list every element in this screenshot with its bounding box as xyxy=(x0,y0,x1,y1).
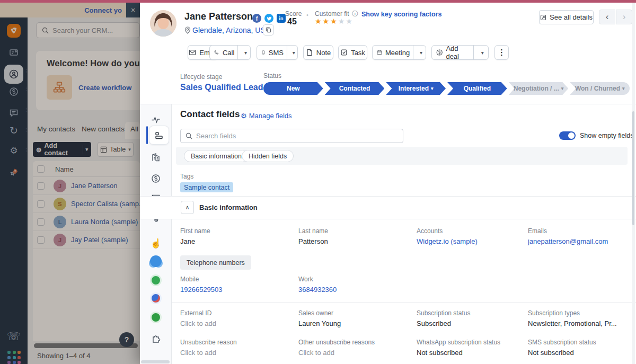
task-button[interactable]: Task xyxy=(338,45,367,60)
contact-name-link[interactable]: Spector Calista (samp.. xyxy=(71,200,140,208)
search-fields-input[interactable]: Search fields xyxy=(180,129,403,143)
table-row[interactable]: L Laura Norda (sample) xyxy=(33,213,140,231)
facebook-icon[interactable]: f xyxy=(252,14,261,23)
connect-email-link[interactable]: Connect yo xyxy=(84,6,122,14)
call-button[interactable]: Call ▾ xyxy=(209,45,251,60)
company-icon[interactable] xyxy=(147,150,164,165)
click-to-add[interactable]: Click to add xyxy=(180,349,294,357)
marketing-sync-icon[interactable]: ↻ xyxy=(5,125,22,137)
conversations-icon[interactable] xyxy=(5,105,22,120)
tab-all-contacts[interactable]: All xyxy=(130,125,138,133)
note-button[interactable]: Note xyxy=(303,45,333,60)
engagement-tap-icon[interactable]: ☝ xyxy=(147,236,164,251)
dashboard-icon[interactable] xyxy=(5,45,22,60)
field-value[interactable]: Not subscribed xyxy=(528,349,636,357)
rail-scrollbar[interactable] xyxy=(141,360,170,363)
stage-new[interactable]: New xyxy=(263,82,323,95)
contact-name-link[interactable]: Laura Norda (sample) xyxy=(71,218,138,226)
mobile-number-link[interactable]: 19266529503 xyxy=(180,286,294,294)
tab-new-contacts[interactable]: New contacts xyxy=(82,125,125,133)
email-link[interactable]: janepatterson@gmail.com xyxy=(528,237,636,245)
help-button[interactable]: ? xyxy=(119,332,134,347)
integration-app-icon-blue[interactable] xyxy=(150,292,162,304)
location-link[interactable]: Glendale, Arizona, USA xyxy=(192,26,270,34)
stage-interested[interactable]: Interested▾ xyxy=(386,82,446,95)
contact-name-link[interactable]: Jay Patel (sample) xyxy=(71,236,128,244)
chevron-down-icon[interactable]: ▾ xyxy=(417,50,426,56)
collapse-section-button[interactable]: ∧ xyxy=(181,201,194,214)
linkedin-icon[interactable]: in xyxy=(277,14,286,23)
see-all-details-button[interactable]: See all details xyxy=(539,10,594,24)
account-link[interactable]: Widgetz.io (sample) xyxy=(417,237,531,245)
settings-gear-icon[interactable]: ⚙ xyxy=(5,145,22,156)
integration-app-icon-green[interactable] xyxy=(150,274,162,286)
app-switcher-icon[interactable] xyxy=(7,351,21,364)
click-to-add[interactable]: Click to add xyxy=(180,319,294,327)
add-contact-button[interactable]: ⊕ Add contact ▾ xyxy=(33,142,91,157)
crm-search-input[interactable]: Search your CRM... xyxy=(36,22,140,38)
field-value[interactable]: Jane xyxy=(180,237,294,245)
row-checkbox[interactable] xyxy=(37,200,45,208)
drag-handle[interactable]: ⋮⋮ xyxy=(24,70,27,78)
tab-my-contacts[interactable]: My contacts xyxy=(37,125,75,133)
contact-name-link[interactable]: Jane Patterson xyxy=(71,182,117,190)
sms-button[interactable]: SMS ▾ xyxy=(257,45,298,60)
row-checkbox[interactable] xyxy=(37,236,45,244)
field-value[interactable]: Not subscribed xyxy=(417,349,531,357)
stage-contacted[interactable]: Contacted xyxy=(325,82,385,95)
close-icon[interactable]: × xyxy=(126,3,140,17)
stage-negotiation[interactable]: Negotiation / ...▾ xyxy=(509,82,569,95)
chip-hidden-fields[interactable]: Hidden fields xyxy=(242,150,294,162)
next-record-button[interactable]: › xyxy=(616,10,632,24)
name-column-header[interactable]: Name xyxy=(55,165,74,173)
phone-icon[interactable]: ☏ xyxy=(5,330,22,343)
deals-tab-icon[interactable] xyxy=(147,171,164,186)
copy-icon[interactable] xyxy=(263,24,274,35)
field-value[interactable]: Patterson xyxy=(298,237,412,245)
contacts-nav-icon[interactable] xyxy=(4,65,23,84)
drag-handle[interactable]: ⋮⋮ xyxy=(24,149,27,157)
stage-qualified[interactable]: Qualified xyxy=(447,82,507,95)
work-number-link[interactable]: 3684932360 xyxy=(298,286,412,294)
stage-won-churned[interactable]: Won / Churned▾ xyxy=(570,82,630,95)
field-value[interactable]: Subscribed xyxy=(417,319,531,327)
meeting-button[interactable]: Meeting ▾ xyxy=(372,45,426,60)
row-checkbox[interactable] xyxy=(37,182,45,190)
manage-fields-link[interactable]: ⚙ Manage fields xyxy=(241,112,292,120)
twitter-icon[interactable] xyxy=(264,14,273,23)
field-value[interactable]: Newsletter, Promotional, Pr... xyxy=(528,319,636,327)
getting-started-rocket-icon[interactable] xyxy=(5,165,22,180)
panel-scrollbar-thumb[interactable] xyxy=(632,111,634,225)
activity-icon[interactable] xyxy=(147,112,164,127)
freddy-ai-app-icon[interactable] xyxy=(150,255,162,267)
freshworks-logo-icon[interactable] xyxy=(7,24,21,38)
drag-handle[interactable]: ⋮⋮ xyxy=(24,129,27,137)
view-table-button[interactable]: Table ▾ xyxy=(98,142,134,157)
contact-photo-avatar[interactable] xyxy=(150,10,176,37)
integration-app-icon-green-2[interactable] xyxy=(150,312,162,323)
tag-sample-contact[interactable]: Sample contact xyxy=(180,182,233,192)
chevron-down-icon[interactable]: ▾ xyxy=(241,50,250,56)
drag-handle[interactable]: ⋮⋮ xyxy=(24,109,27,117)
show-scoring-factors-link[interactable]: Show key scoring factors xyxy=(361,11,441,18)
field-value[interactable]: Lauren Young xyxy=(298,319,412,327)
table-row[interactable]: J Jay Patel (sample) xyxy=(33,231,140,249)
chip-basic-information[interactable]: Basic information xyxy=(184,150,249,162)
click-to-add[interactable]: Click to add xyxy=(298,349,412,357)
table-row[interactable]: S Spector Calista (samp.. xyxy=(33,195,140,213)
row-checkbox[interactable] xyxy=(37,218,45,226)
deals-icon[interactable] xyxy=(5,84,22,99)
lifecycle-stage-dropdown[interactable]: Sales Qualified Lead ▾ xyxy=(180,83,268,92)
chevron-down-icon[interactable]: ▾ xyxy=(290,50,297,56)
show-empty-fields-toggle[interactable] xyxy=(559,131,576,140)
drag-handle[interactable]: ⋮⋮ xyxy=(24,87,27,96)
marketplace-puzzle-icon[interactable] xyxy=(147,331,164,345)
select-all-checkbox[interactable] xyxy=(37,165,45,173)
previous-record-button[interactable]: ‹ xyxy=(599,10,615,24)
contact-fields-tab-icon[interactable] xyxy=(149,126,169,145)
create-workflow-link[interactable]: Create workflow xyxy=(78,84,131,92)
more-actions-button[interactable]: ⋮ xyxy=(494,45,509,60)
add-deal-button[interactable]: Add deal ▾ xyxy=(431,45,489,60)
table-row[interactable]: J Jane Patterson xyxy=(33,177,140,195)
chevron-down-icon[interactable]: ▾ xyxy=(477,50,488,56)
